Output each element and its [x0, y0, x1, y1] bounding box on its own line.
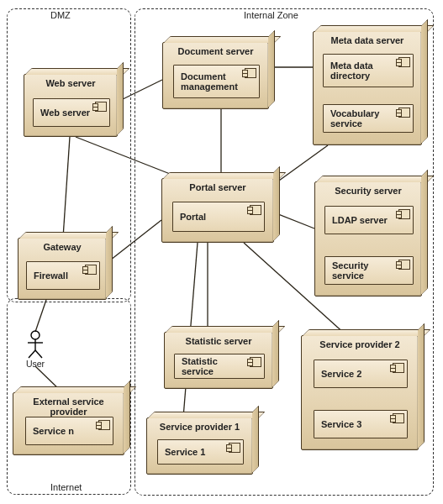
zone-internet-label: Internet [50, 482, 82, 492]
component-web-server: Web server [33, 98, 110, 127]
svg-point-13 [31, 331, 40, 339]
component-icon [98, 420, 110, 430]
component-statistic-service: Statistic service [174, 354, 265, 379]
node-title: Service provider 2 [302, 339, 418, 349]
component-service-3: Service 3 [314, 410, 408, 438]
node-title: Web server [24, 78, 117, 88]
node-title: Document server [163, 46, 268, 56]
node-statistic-server: Statistic server Statistic service [164, 332, 273, 389]
user-icon [26, 330, 45, 359]
node-title: Portal server [162, 182, 273, 192]
node-title: Security server [315, 186, 421, 196]
component-icon [229, 443, 240, 453]
component-document-management: Document management [173, 65, 260, 98]
node-service-provider-2: Service provider 2 Service 2 Service 3 [301, 335, 419, 450]
component-icon [393, 413, 404, 423]
component-icon [398, 260, 410, 270]
node-portal-server: Portal server Portal [161, 178, 274, 243]
svg-line-17 [35, 350, 42, 358]
component-icon [95, 102, 107, 112]
component-service-n: Service n [25, 417, 113, 445]
svg-line-16 [29, 350, 35, 358]
actor-user: User [23, 330, 48, 369]
node-security-server: Security server LDAP server Security ser… [314, 181, 422, 297]
node-gateway: Gateway Firewall [18, 238, 107, 300]
component-icon [85, 265, 97, 275]
node-title: Gateway [18, 242, 106, 252]
node-title: Service provider 1 [147, 422, 252, 432]
node-service-provider-1: Service provider 1 Service 1 [146, 417, 253, 475]
component-meta-data-directory: Meta data directory [323, 54, 414, 87]
component-service-1: Service 1 [157, 439, 244, 465]
node-meta-data-server: Meta data server Meta data directory Voc… [313, 31, 422, 145]
component-icon [245, 68, 256, 78]
node-title: Meta data server [314, 35, 421, 45]
component-ldap-server: LDAP server [324, 206, 414, 234]
node-title: Statistic server [165, 336, 272, 346]
component-icon [250, 357, 261, 367]
deployment-diagram: DMZ Internal Zone Internet User Web serv… [0, 0, 443, 504]
component-service-2: Service 2 [314, 360, 408, 388]
zone-dmz-label: DMZ [50, 10, 71, 20]
component-portal: Portal [172, 202, 265, 232]
node-document-server: Document server Document management [162, 42, 269, 109]
component-icon [398, 57, 410, 67]
component-icon [398, 209, 410, 219]
node-title: External service provider [13, 396, 124, 417]
component-firewall: Firewall [26, 261, 100, 290]
node-external-service-provider: External service provider Service n [13, 392, 124, 455]
node-web-server: Web server Web server [24, 74, 118, 137]
component-icon [393, 363, 404, 373]
component-icon [250, 205, 261, 215]
actor-user-label: User [23, 359, 48, 369]
component-icon [398, 108, 410, 118]
zone-internal-label: Internal Zone [244, 10, 298, 20]
component-vocabulary-service: Vocabulary service [323, 104, 414, 133]
component-security-service: Security service [324, 256, 414, 285]
